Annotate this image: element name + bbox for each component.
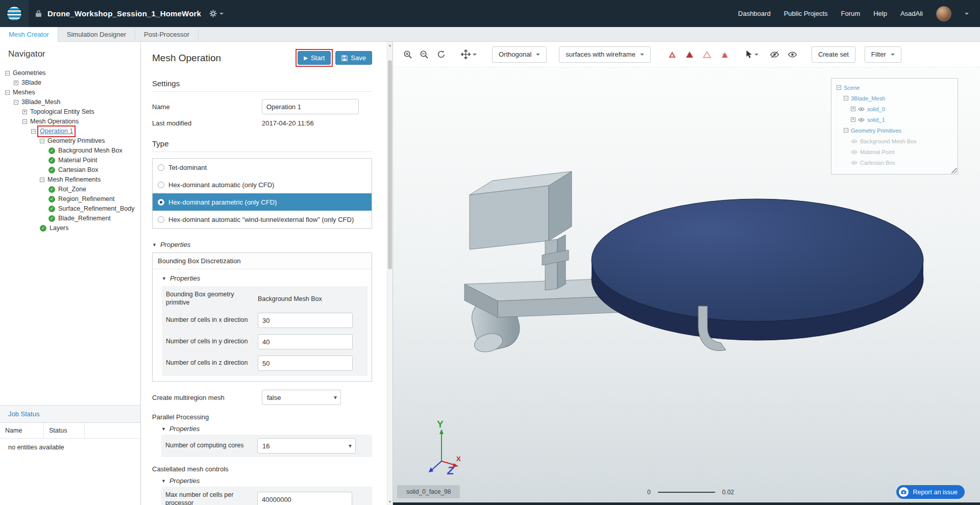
expand-toggle-icon[interactable] [5, 71, 10, 75]
show-all-button[interactable] [786, 49, 799, 60]
tree-item-label[interactable]: 3Blade [21, 78, 41, 88]
scene-tree-item[interactable]: Geometry Primitives [835, 125, 954, 136]
expand-toggle-icon[interactable] [22, 119, 27, 124]
tree-item[interactable]: Operation 1 [0, 127, 140, 136]
tree-item[interactable]: Rot_Zone [0, 185, 140, 194]
mesh-type-option[interactable]: Hex-dominant automatic "wind-tunnel/exte… [153, 211, 372, 228]
user-avatar[interactable] [936, 6, 951, 21]
projection-dropdown[interactable]: Orthogonal [492, 46, 547, 63]
visibility-eye-icon[interactable] [858, 107, 865, 112]
properties-collapse-toggle[interactable]: Properties [152, 241, 372, 248]
tree-item-label[interactable]: Rot_Zone [58, 185, 86, 194]
top-nav-link[interactable]: Dashboard [738, 10, 771, 17]
expand-toggle-icon[interactable] [40, 178, 44, 182]
expand-toggle-icon[interactable] [5, 90, 10, 95]
cores-select[interactable]: 16 [257, 438, 356, 453]
tree-item-label[interactable]: Blade_Refinement [58, 214, 111, 223]
expand-toggle-icon[interactable] [844, 96, 848, 100]
tree-item[interactable]: Mesh Refinements [0, 175, 140, 185]
visibility-eye-icon[interactable] [851, 160, 857, 165]
mesh-quality-metric-2-button[interactable] [683, 49, 696, 60]
radio-icon[interactable] [158, 199, 164, 206]
tree-item[interactable]: Geometries [0, 68, 140, 78]
select-mode-button[interactable] [744, 48, 761, 61]
top-nav-link[interactable]: Forum [841, 10, 861, 17]
scene-item-label[interactable]: Material Point [860, 149, 894, 155]
tree-item-label[interactable]: Layers [50, 223, 69, 233]
reset-view-button[interactable] [435, 48, 448, 61]
max-cells-input[interactable] [257, 492, 352, 505]
visibility-eye-icon[interactable] [851, 139, 857, 144]
tree-item[interactable]: Geometry Primitives [0, 136, 140, 146]
zoom-in-button[interactable] [401, 48, 414, 61]
pan-mode-button[interactable] [459, 47, 479, 61]
visibility-eye-icon[interactable] [858, 117, 865, 122]
tree-item-label[interactable]: Surface_Refinement_Body [58, 204, 134, 214]
hide-selection-button[interactable] [768, 49, 781, 60]
report-issue-button[interactable]: Report an issue [896, 485, 965, 499]
property-input[interactable] [258, 313, 353, 328]
zoom-out-button[interactable] [418, 48, 431, 61]
scene-tree-item[interactable]: solid_1 [835, 114, 954, 125]
multiregion-select[interactable]: false [262, 390, 341, 405]
radio-icon[interactable] [158, 182, 164, 188]
scrollbar-thumb[interactable] [388, 60, 392, 269]
expand-toggle-icon[interactable] [31, 129, 36, 134]
tree-item-label[interactable]: Mesh Refinements [47, 175, 101, 185]
tree-item-label[interactable]: Meshes [13, 88, 35, 97]
workspace-tab[interactable]: Simulation Designer [58, 27, 135, 41]
mesh-type-option[interactable]: Hex-dominant parametric (only CFD) [153, 193, 372, 211]
expand-toggle-icon[interactable] [40, 139, 44, 143]
scroll-down-arrow-icon[interactable]: ▼ [387, 500, 393, 503]
tree-item[interactable]: Surface_Refinement_Body [0, 204, 140, 214]
expand-toggle-icon[interactable] [14, 81, 18, 85]
scene-item-label[interactable]: Background Mesh Box [860, 138, 917, 144]
scene-tree-item[interactable]: Scene [835, 82, 954, 93]
tree-item-label[interactable]: Cartesian Box [58, 165, 99, 175]
expand-toggle-icon[interactable] [851, 117, 855, 122]
workspace-tab[interactable]: Mesh Creator [0, 27, 58, 42]
tree-item[interactable]: Background Mesh Box [0, 146, 140, 156]
operation-name-input[interactable] [262, 99, 359, 114]
scene-item-label[interactable]: Geometry Primitives [851, 128, 901, 134]
filter-dropdown[interactable]: Filter [865, 46, 901, 63]
scene-tree-item[interactable]: Cartesian Box [835, 157, 954, 168]
property-input[interactable] [258, 356, 353, 371]
mesh-type-option[interactable]: Hex-dominant automatic (only CFD) [153, 176, 372, 193]
bounding-box-properties-toggle[interactable]: Properties [162, 274, 368, 282]
tree-item-label[interactable]: Geometries [13, 68, 46, 78]
workspace-tab[interactable]: Post-Processor [135, 27, 199, 41]
expand-toggle-icon[interactable] [844, 128, 848, 133]
tree-item[interactable]: Meshes [0, 88, 140, 97]
scene-item-label[interactable]: 3Blade_Mesh [851, 95, 885, 102]
visibility-eye-icon[interactable] [851, 149, 857, 155]
mesh-quality-metric-1-button[interactable] [666, 49, 678, 60]
mesh-type-option[interactable]: Tet-dominant [153, 159, 372, 176]
render-mode-dropdown[interactable]: surfaces with wireframe [559, 46, 651, 63]
expand-toggle-icon[interactable] [837, 85, 841, 90]
radio-icon[interactable] [158, 164, 164, 171]
mesh-quality-metric-3-button[interactable] [701, 49, 713, 60]
tree-item-label[interactable]: 3Blade_Mesh [21, 97, 60, 107]
start-button[interactable]: ▶ Start [298, 51, 331, 65]
app-logo-tile[interactable] [0, 0, 29, 27]
top-nav-link[interactable]: Public Projects [784, 10, 828, 17]
tree-item[interactable]: Cartesian Box [0, 165, 140, 175]
tree-item[interactable]: Region_Refinement [0, 194, 140, 204]
mesh-quality-metric-4-button[interactable] [718, 49, 730, 60]
parallel-properties-toggle[interactable]: Properties [161, 425, 372, 433]
panel-scrollbar[interactable]: ▲ ▼ [387, 42, 393, 505]
scene-tree-item[interactable]: Material Point [835, 146, 954, 157]
tree-item-label[interactable]: Topological Entity Sets [30, 107, 94, 117]
top-nav-link[interactable]: Help [873, 10, 887, 17]
scene-tree-item[interactable]: 3Blade_Mesh [835, 93, 954, 104]
castellated-properties-toggle[interactable]: Properties [161, 477, 372, 485]
user-menu-chevron-icon[interactable] [965, 13, 969, 15]
scene-item-label[interactable]: Scene [844, 85, 860, 91]
tree-item-label[interactable]: Operation 1 [37, 125, 76, 137]
tree-item[interactable]: Material Point [0, 156, 140, 165]
expand-toggle-icon[interactable] [851, 107, 855, 111]
tree-item-label[interactable]: Material Point [58, 156, 97, 165]
username-menu[interactable]: AsadAli [900, 10, 923, 17]
tree-item[interactable]: Topological Entity Sets [0, 107, 140, 117]
